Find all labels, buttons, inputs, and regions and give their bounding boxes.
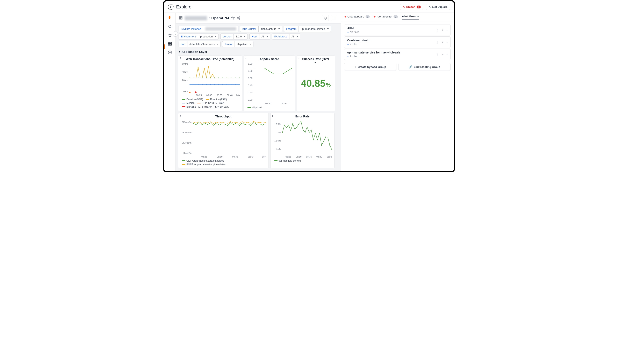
chevron-right-icon[interactable]: ›	[447, 41, 447, 44]
kebab-icon[interactable]: ⋮	[436, 53, 439, 56]
info-icon[interactable]: i	[180, 57, 181, 60]
svg-point-99	[242, 121, 243, 122]
dashboards-icon[interactable]	[168, 41, 172, 46]
share-icon[interactable]	[237, 16, 240, 20]
breach-button[interactable]: ⚠ Breach 3	[400, 4, 423, 10]
svg-text:08:40: 08:40	[227, 94, 233, 96]
favorite-star-icon[interactable]	[231, 16, 235, 20]
panel-success-rate[interactable]: i Success Rate (Over La… 40.85%	[297, 55, 335, 111]
panel-web-transactions-time[interactable]: i Web Transactions Time (percentile) 60 …	[178, 55, 242, 111]
info-icon[interactable]: i	[180, 114, 181, 117]
svg-text:12%: 12%	[276, 131, 281, 134]
compass-icon[interactable]	[168, 50, 172, 55]
filter-environment[interactable]: Environment production	[179, 34, 219, 39]
svg-text:08:45: 08:45	[327, 156, 332, 158]
svg-text:08:35: 08:35	[232, 156, 238, 158]
svg-point-86	[239, 125, 240, 126]
exit-label: Exit Explore	[432, 5, 447, 8]
kebab-menu-button[interactable]	[331, 15, 337, 21]
svg-point-95	[219, 123, 220, 123]
filter-version[interactable]: Version 1.1.0	[220, 34, 248, 39]
filter-levitate[interactable]: Levitate Instance	[179, 26, 238, 32]
filter-tenant[interactable]: Tenant shipskart	[222, 41, 253, 47]
svg-rect-11	[179, 18, 180, 19]
svg-point-57	[226, 84, 227, 85]
filter-k8s[interactable]: K8s Cluster alpha.last9.io	[240, 26, 282, 32]
legend: shipskart	[246, 105, 293, 110]
tab-alert-groups[interactable]: Alert Groups	[402, 15, 419, 20]
alert-group-card[interactable]: Container Health ≈2 rules ⋮ ↗ ›	[344, 36, 450, 48]
star-icon[interactable]	[168, 33, 172, 38]
dashboards-grid-icon[interactable]	[179, 16, 183, 20]
svg-point-80	[204, 123, 205, 123]
link-icon: 🔗	[409, 65, 412, 68]
svg-rect-9	[181, 16, 182, 17]
info-icon[interactable]: i	[245, 57, 246, 60]
alert-group-card[interactable]: APM ≈No rules ⋮ ↗ ›	[344, 24, 450, 36]
group-title: APM	[347, 26, 434, 30]
filter-ip[interactable]: IP Address All	[272, 34, 300, 39]
svg-marker-1	[168, 34, 171, 37]
tab-changeboard[interactable]: Changeboard 2	[345, 15, 370, 19]
svg-point-32	[194, 78, 194, 78]
svg-point-47	[212, 74, 213, 75]
section-application-layer[interactable]: ▾ Application Layer	[176, 49, 341, 54]
panel-title: Web Transactions Time (percentile)	[180, 57, 240, 61]
open-external-icon[interactable]: ↗	[442, 41, 444, 44]
chevron-right-icon[interactable]: ›	[447, 53, 447, 56]
svg-point-100	[248, 122, 248, 123]
panel-error-rate[interactable]: i Error Rate 12.5% 12% 11.5% 11% 08:2508…	[270, 113, 334, 168]
info-icon[interactable]: i	[299, 57, 299, 60]
create-synced-group-button[interactable]: + Create Synced Group	[344, 63, 396, 71]
search-icon[interactable]	[168, 24, 172, 29]
chart-error-rate: 12.5% 12% 11.5% 11% 08:2508:3008:3508:40…	[273, 119, 333, 158]
tab-alert-monitor[interactable]: Alert Monitor 1	[374, 15, 398, 19]
svg-point-41	[231, 78, 231, 78]
panel-throughput[interactable]: i Throughput 6K ops/m 4K ops/m 2K ops/m …	[178, 113, 269, 168]
plus-icon: +	[355, 65, 356, 68]
svg-point-6	[168, 51, 171, 54]
filter-host[interactable]: Host All	[249, 34, 270, 39]
svg-text:4K ops/m: 4K ops/m	[182, 131, 192, 134]
svg-point-36	[210, 78, 211, 78]
breadcrumb: xxxxxxxxxx / OpenAPM	[185, 16, 229, 20]
svg-text:0.20: 0.20	[248, 91, 252, 94]
svg-point-13	[239, 16, 240, 17]
legend: Duration (95%) Duration (99%) Median DEP…	[180, 97, 240, 109]
svg-point-93	[207, 123, 208, 123]
svg-point-115	[288, 125, 289, 125]
svg-rect-3	[170, 42, 171, 44]
svg-point-78	[193, 123, 194, 124]
svg-text:08:35: 08:35	[306, 156, 312, 158]
svg-point-43	[239, 78, 240, 78]
svg-text:08:45: 08:45	[236, 94, 240, 96]
collapse-nav-button[interactable]: ›	[173, 31, 178, 37]
last9-logo: 9	[168, 4, 174, 10]
alert-group-card[interactable]: upi-mandate-service for maxwholesale ≈2 …	[344, 49, 450, 60]
svg-point-31	[189, 78, 190, 78]
info-icon[interactable]: i	[272, 114, 273, 117]
chevron-right-icon[interactable]: ›	[447, 29, 447, 32]
open-external-icon[interactable]: ↗	[442, 53, 444, 56]
filter-job[interactable]: Job default/last9-services	[179, 41, 221, 47]
panel-title: Throughput	[180, 115, 266, 118]
tv-mode-button[interactable]	[322, 15, 329, 21]
kebab-icon[interactable]: ⋮	[436, 29, 439, 32]
svg-text:0 ops/m: 0 ops/m	[184, 152, 192, 154]
panel-appdex[interactable]: i Appdex Score 1.00 0.80 0.60 0.40 0.20 …	[244, 55, 295, 111]
svg-rect-5	[168, 44, 170, 45]
svg-marker-12	[231, 16, 235, 19]
exit-explore-button[interactable]: ✕ Exit Explore	[426, 4, 450, 10]
svg-point-121	[313, 139, 314, 140]
kebab-icon[interactable]: ⋮	[436, 41, 439, 44]
svg-text:0.00: 0.00	[248, 99, 252, 101]
page-title: Explore	[176, 4, 192, 10]
grafana-icon[interactable]	[168, 16, 172, 20]
filter-program[interactable]: Program upi-mandate-service	[284, 26, 331, 32]
svg-point-40	[226, 78, 227, 78]
svg-text:08:40: 08:40	[316, 156, 322, 158]
svg-point-0	[169, 25, 171, 27]
link-existing-group-button[interactable]: 🔗 Link Existing Group	[398, 63, 451, 71]
open-external-icon[interactable]: ↗	[442, 29, 444, 32]
svg-text:20 ms: 20 ms	[182, 79, 188, 81]
